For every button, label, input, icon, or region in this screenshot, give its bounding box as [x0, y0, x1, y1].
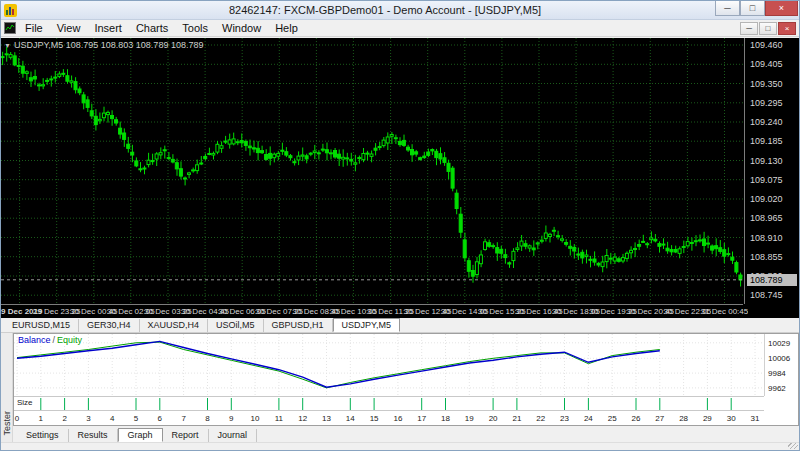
menu-items: FileViewInsertChartsToolsWindowHelp [18, 21, 305, 35]
current-price-box: 108.789 [747, 274, 797, 286]
price-axis-label: 109.240 [750, 117, 783, 127]
price-axis-label: 108.745 [750, 290, 783, 300]
menu-charts[interactable]: Charts [129, 21, 175, 35]
price-axis-label: 109.460 [750, 40, 783, 50]
tester-tab-bar: SettingsResultsGraphReportJournal [13, 426, 799, 442]
chart-tab-ger30-h4[interactable]: GER30,H4 [79, 319, 140, 332]
close-button[interactable]: × [765, 1, 798, 16]
chart-ohlc-label: ▼USDJPY,M5 108.795 108.803 108.789 108.7… [4, 40, 203, 50]
tester-x-label: 17 [412, 414, 432, 423]
menu-insert[interactable]: Insert [87, 21, 129, 35]
size-strip: Size [14, 396, 764, 410]
app-icon [4, 4, 17, 17]
mdi-close-button[interactable]: × [778, 22, 796, 35]
tester-side-bar: Tester [1, 333, 13, 442]
tester-x-label: 20 [483, 414, 503, 423]
tester-tab-graph[interactable]: Graph [118, 428, 163, 442]
tester-x-label: 6 [150, 414, 170, 423]
tester-x-label: 9 [221, 414, 241, 423]
title-bar[interactable]: 82462147: FXCM-GBPDemo01 - Demo Account … [1, 1, 799, 20]
tester-x-label: 10 [245, 414, 265, 423]
legend-equity: Equity [57, 335, 82, 345]
tester-x-label: 4 [102, 414, 122, 423]
maximize-button[interactable]: □ [740, 1, 765, 16]
chart-tab-usoil-m5[interactable]: USOil,M5 [208, 319, 264, 332]
tester-x-label: 19 [459, 414, 479, 423]
tester-graph-region[interactable]: Balance/Equity 100291000699849962 Size 0… [13, 333, 799, 426]
tester-x-label: 1 [31, 414, 51, 423]
candlestick-chart[interactable] [1, 38, 743, 304]
price-axis-label: 109.405 [750, 59, 783, 69]
window-title: 82462147: FXCM-GBPDemo01 - Demo Account … [61, 4, 709, 16]
menu-help[interactable]: Help [268, 21, 305, 35]
tester-tab-journal[interactable]: Journal [209, 429, 258, 442]
tester-panel: Tester Balance/Equity 100291000699849962… [1, 333, 799, 442]
tester-x-label: 2 [55, 414, 75, 423]
menu-window[interactable]: Window [215, 21, 268, 35]
tester-x-label: 28 [674, 414, 694, 423]
tester-x-label: 16 [388, 414, 408, 423]
tester-x-label: 3 [78, 414, 98, 423]
tester-y-axis: 100291000699849962 [764, 334, 798, 396]
tester-y-label: 10006 [768, 354, 790, 363]
collapse-arrow-icon[interactable]: ▼ [4, 42, 11, 49]
minimize-button[interactable]: ─ [715, 1, 740, 16]
price-axis-label: 108.855 [750, 252, 783, 262]
ohlc-text: USDJPY,M5 108.795 108.803 108.789 108.78… [14, 40, 203, 50]
tester-x-axis: 0123456789101112131415161718192021222324… [14, 410, 764, 425]
price-axis-label: 109.185 [750, 136, 783, 146]
tester-x-label: 23 [555, 414, 575, 423]
graph-legend: Balance/Equity [18, 335, 82, 345]
tester-x-label: 25 [602, 414, 622, 423]
chart-tab-gbpusd-h1[interactable]: GBPUSD,H1 [264, 319, 333, 332]
window-controls: ─ □ × [715, 1, 799, 16]
legend-separator: / [53, 335, 56, 345]
menu-tools[interactable]: Tools [175, 21, 215, 35]
tester-y-label: 9962 [768, 384, 786, 393]
tester-x-label: 18 [436, 414, 456, 423]
tester-x-label: 31 [745, 414, 765, 423]
main-chart-panel[interactable]: ▼USDJPY,M5 108.795 108.803 108.789 108.7… [1, 38, 799, 318]
price-axis-label: 109.350 [750, 79, 783, 89]
price-axis-label: 109.020 [750, 194, 783, 204]
chart-tab-bar: EURUSD,M15GER30,H4XAUUSD,H4USOil,M5GBPUS… [1, 318, 799, 333]
menu-view[interactable]: View [50, 21, 88, 35]
tester-y-label: 10029 [768, 339, 790, 348]
tester-x-label: 21 [507, 414, 527, 423]
tester-y-label: 9984 [768, 369, 786, 378]
trade-size-ticks [14, 397, 764, 411]
mdi-restore-button[interactable]: □ [759, 22, 777, 35]
tester-x-label: 0 [7, 414, 27, 423]
chart-tab-usdjpy-m5[interactable]: USDJPY,M5 [333, 318, 400, 332]
tester-x-label: 26 [626, 414, 646, 423]
tester-x-label: 7 [174, 414, 194, 423]
mdi-minimize-button[interactable]: ─ [740, 22, 758, 35]
size-label: Size [17, 398, 33, 407]
resize-grip[interactable] [788, 443, 798, 449]
tester-tab-results[interactable]: Results [69, 429, 118, 442]
tester-tab-report[interactable]: Report [163, 429, 209, 442]
tester-x-label: 24 [578, 414, 598, 423]
tester-x-label: 5 [126, 414, 146, 423]
legend-balance: Balance [18, 335, 51, 345]
chart-window-icon [4, 22, 16, 34]
price-axis-label: 109.130 [750, 156, 783, 166]
tester-x-label: 14 [340, 414, 360, 423]
time-axis-label: 31 Dec 00:45 [700, 307, 748, 316]
tester-x-label: 30 [721, 414, 741, 423]
price-axis-label: 108.965 [750, 213, 783, 223]
mdi-window-controls: ─ □ × [740, 22, 799, 35]
tester-x-label: 8 [197, 414, 217, 423]
tester-tab-settings[interactable]: Settings [17, 429, 69, 442]
chart-tab-eurusd-m15[interactable]: EURUSD,M15 [4, 319, 79, 332]
price-axis-label: 109.295 [750, 98, 783, 108]
chart-tab-xauusd-h4[interactable]: XAUUSD,H4 [140, 319, 209, 332]
tester-x-label: 15 [364, 414, 384, 423]
menu-file[interactable]: File [18, 21, 50, 35]
balance-equity-graph[interactable] [14, 334, 764, 396]
tester-x-label: 13 [316, 414, 336, 423]
tester-x-label: 22 [531, 414, 551, 423]
price-axis-label: 108.910 [750, 233, 783, 243]
tester-x-label: 12 [293, 414, 313, 423]
tester-x-label: 29 [697, 414, 717, 423]
